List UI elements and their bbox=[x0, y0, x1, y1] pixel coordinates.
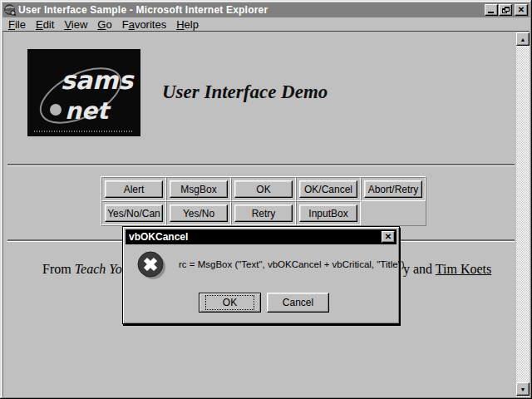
menu-view[interactable]: View bbox=[64, 18, 87, 31]
web-page: sams net User Interface Demo Alert MsgBo… bbox=[4, 32, 516, 397]
critical-error-icon bbox=[136, 250, 166, 280]
scroll-down-icon: ▼ bbox=[520, 387, 526, 392]
footer-text-right: y and Tim Koets bbox=[403, 262, 491, 277]
restore-icon bbox=[502, 7, 510, 13]
tim-koets-link[interactable]: Tim Koets bbox=[436, 262, 491, 276]
ok-demo-button[interactable]: OK bbox=[234, 180, 293, 198]
logo-orbit-dot-icon bbox=[50, 104, 62, 116]
dialog-title: vbOKCancel bbox=[129, 231, 382, 243]
restore-button[interactable] bbox=[499, 4, 512, 16]
msgbox-button[interactable]: MsgBox bbox=[170, 180, 228, 198]
menu-go[interactable]: Go bbox=[97, 18, 111, 31]
logo-word-net: net bbox=[65, 97, 111, 125]
menu-bar: File Edit View Go Favorites Help bbox=[2, 17, 530, 31]
scroll-down-button[interactable]: ▼ bbox=[516, 382, 530, 396]
dialog-message: rc = MsgBox ("Text", vbOKCancel + vbCrit… bbox=[179, 259, 405, 269]
dialog-cancel-button[interactable]: Cancel bbox=[267, 293, 329, 313]
scroll-up-icon: ▲ bbox=[520, 37, 526, 42]
vbokcancel-dialog: vbOKCancel ✕ rc = MsgBox ("Text", vbOKCa… bbox=[122, 226, 400, 324]
close-icon: ✕ bbox=[518, 6, 525, 14]
dialog-close-icon: ✕ bbox=[385, 233, 392, 241]
close-button[interactable]: ✕ bbox=[515, 4, 528, 16]
menu-edit[interactable]: Edit bbox=[36, 18, 54, 31]
browser-window: User Interface Sample - Microsoft Intern… bbox=[0, 0, 532, 399]
logo-word-sams: sams bbox=[61, 66, 135, 95]
menu-file[interactable]: File bbox=[8, 18, 26, 31]
menu-help[interactable]: Help bbox=[176, 18, 199, 31]
minimize-button[interactable] bbox=[485, 4, 498, 16]
vertical-scrollbar[interactable]: ▲ ▼ bbox=[516, 32, 530, 397]
menu-favorites[interactable]: Favorites bbox=[122, 18, 166, 31]
horizontal-rule-top bbox=[7, 164, 515, 166]
retry-demo-button[interactable]: Retry bbox=[234, 204, 293, 222]
yesnocancel-demo-button[interactable]: Yes/No/Can bbox=[105, 204, 163, 222]
empty-grid-cell bbox=[361, 201, 426, 225]
footer-text-left: From Teach Yo bbox=[42, 262, 122, 277]
window-titlebar[interactable]: User Interface Sample - Microsoft Intern… bbox=[2, 2, 530, 17]
dialog-ok-button[interactable]: OK bbox=[199, 293, 261, 313]
abortretry-demo-button[interactable]: Abort/Retry bbox=[364, 180, 422, 198]
samsnet-logo-image: sams net bbox=[27, 49, 140, 136]
page-title: User Interface Demo bbox=[162, 81, 328, 103]
dialog-close-button[interactable]: ✕ bbox=[382, 231, 395, 243]
okcancel-demo-button[interactable]: OK/Cancel bbox=[299, 180, 357, 198]
msgbox-button-panel: Alert MsgBox OK OK/Cancel Abort/Retry Ye… bbox=[101, 176, 426, 226]
scroll-up-button[interactable]: ▲ bbox=[516, 32, 530, 46]
inputbox-demo-button[interactable]: InputBox bbox=[299, 204, 357, 222]
ie-globe-icon bbox=[4, 4, 16, 16]
browser-content-area: sams net User Interface Demo Alert MsgBo… bbox=[2, 31, 530, 397]
alert-button[interactable]: Alert bbox=[105, 180, 163, 198]
dialog-titlebar[interactable]: vbOKCancel ✕ bbox=[126, 229, 397, 244]
yesno-demo-button[interactable]: Yes/No bbox=[170, 204, 228, 222]
minimize-icon bbox=[488, 12, 494, 13]
window-title: User Interface Sample - Microsoft Intern… bbox=[18, 4, 485, 16]
